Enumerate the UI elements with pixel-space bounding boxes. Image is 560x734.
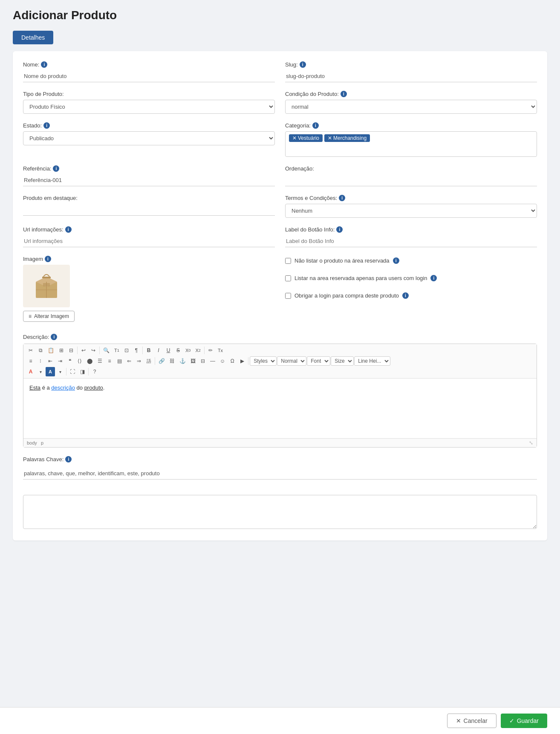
svg-rect-2 (42, 277, 51, 278)
tb-clearformat[interactable]: Tx (216, 346, 225, 355)
tb-block[interactable]: ⊡ (122, 346, 131, 355)
tb-fontcolor[interactable]: A (26, 367, 35, 376)
svg-rect-5 (43, 283, 50, 286)
field-destaque: Produto em destaque: (23, 195, 275, 218)
tb-image[interactable]: 🖼 (188, 356, 198, 366)
editor-toolbar-row1: ✂ ⧉ 📋 ⊞ ⊟ ↩ ↪ 🔍 T1 ⊡ ¶ B (23, 344, 537, 379)
field-url-info: Url informações: i (23, 226, 275, 247)
nome-info-icon: i (41, 61, 47, 68)
tag-merchandising[interactable]: ✕ Merchandising (324, 134, 370, 142)
referencia-input[interactable] (23, 174, 275, 186)
sep8 (88, 368, 89, 376)
tb-blockquote[interactable]: ❝ (65, 356, 75, 366)
ordenacao-input[interactable] (285, 174, 537, 186)
url-info-input[interactable] (23, 235, 275, 247)
tb-ltr[interactable]: ⇒ (134, 356, 144, 366)
tb-bold[interactable]: B (144, 346, 153, 355)
toolbar-styles-select[interactable]: Styles (250, 356, 277, 366)
tb-sub[interactable]: X0 (183, 346, 193, 355)
condicao-select[interactable]: normal novo usado (285, 100, 537, 114)
tb-indent-inc[interactable]: ⇥ (55, 356, 65, 366)
page-title: Adicionar Produto (13, 9, 547, 22)
tb-redo[interactable]: ↪ (89, 346, 98, 355)
estado-label: Estado: i (23, 122, 275, 129)
tb-hr[interactable]: — (208, 356, 217, 366)
tb-preview[interactable]: ◨ (78, 367, 87, 376)
cb-nao-listar[interactable] (285, 258, 291, 264)
tb-rtl[interactable]: ⇐ (124, 356, 134, 366)
tb-emoji[interactable]: ☺ (218, 356, 227, 366)
label-botao-label: Label do Botão Info: i (285, 226, 537, 233)
tb-align-center[interactable]: ☰ (95, 356, 104, 366)
tb-bgcolor[interactable]: A (46, 367, 55, 376)
keywords-input[interactable] (23, 468, 537, 480)
categoria-box[interactable]: ✕ Vestuário ✕ Merchandising (285, 131, 537, 157)
tb-lang[interactable]: 語 (144, 356, 153, 366)
estado-select[interactable]: Publicado Rascunho Arquivado (23, 131, 275, 145)
tb-highlight[interactable]: ✏ (206, 346, 215, 355)
tb-indent-dec[interactable]: ⇤ (46, 356, 55, 366)
tb-align-left[interactable]: ⬤ (85, 356, 95, 366)
tb-special[interactable]: Ω (228, 356, 237, 366)
tb-fullscreen[interactable]: ⛶ (68, 367, 77, 376)
tb-list-ol[interactable]: ≡ (26, 356, 35, 366)
tb-paste2[interactable]: ⊞ (57, 346, 66, 355)
label-botao-input[interactable] (285, 235, 537, 247)
tb-find[interactable]: 🔍 (101, 346, 112, 355)
tb-table[interactable]: ⊟ (198, 356, 208, 366)
tb-anchor[interactable]: ⚓ (177, 356, 188, 366)
tb-cut[interactable]: ✂ (26, 346, 35, 355)
tb-sup[interactable]: X2 (193, 346, 202, 355)
tb-help[interactable]: ? (90, 367, 99, 376)
sep3 (142, 347, 143, 354)
tb-align-justify[interactable]: ▤ (115, 356, 124, 366)
cb-listar-reservada[interactable] (285, 275, 291, 281)
description-text: Esta é a descrição do produto. (29, 384, 531, 393)
tb-undo[interactable]: ↩ (79, 346, 88, 355)
change-image-button[interactable]: ≡ Alterar Imagem (23, 311, 75, 322)
product-image (23, 265, 70, 307)
tab-detalhes[interactable]: Detalhes (13, 31, 53, 44)
field-nome: Nome: i (23, 61, 275, 82)
checkbox-obrigar-login[interactable]: Obrigar a login para compra deste produt… (285, 292, 537, 299)
tb-align-right[interactable]: ≡ (105, 356, 114, 366)
resize-handle[interactable]: ⤡ (529, 440, 533, 446)
checkbox-listar-reservada[interactable]: Listar na area reservada apenas para use… (285, 275, 537, 281)
checkbox-nao-listar[interactable]: Não listar o produto na área reservada i (285, 257, 537, 264)
tb-underline[interactable]: U (164, 346, 173, 355)
cb-obrigar-login[interactable] (285, 293, 291, 299)
tb-list-ul[interactable]: ⁝ (36, 356, 45, 366)
tb-paste3[interactable]: ⊟ (66, 346, 76, 355)
toolbar-size-select[interactable]: Size (331, 356, 354, 366)
destaque-input[interactable] (23, 204, 275, 216)
imagem-label: Imagem i (23, 256, 275, 262)
nome-input[interactable] (23, 70, 275, 82)
field-tipo: Tipo de Produto: Produto Físico Produto … (23, 91, 275, 114)
tb-italic[interactable]: I (154, 346, 163, 355)
slug-input[interactable] (285, 70, 537, 82)
tb-strike[interactable]: S (173, 346, 183, 355)
tb-paste[interactable]: 📋 (46, 346, 56, 355)
toolbar-lineheight-select[interactable]: Line Hei... (354, 356, 390, 366)
tb-t1[interactable]: T1 (112, 346, 121, 355)
tb-bgcolor-drop[interactable]: ▾ (55, 367, 65, 376)
tb-fontcolor-drop[interactable]: ▾ (36, 367, 45, 376)
termos-select[interactable]: Nenhum (285, 204, 537, 218)
tipo-select[interactable]: Produto Físico Produto Digital (23, 100, 275, 114)
toolbar-font-select[interactable]: Font (307, 356, 330, 366)
extra-textarea[interactable] (23, 495, 537, 529)
tb-unlink[interactable]: ⛓ (167, 356, 177, 366)
checkboxes-group: Não listar o produto na área reservada i… (285, 257, 537, 305)
keywords-section: Palavras Chave: i (23, 456, 537, 480)
tb-pilcrow[interactable]: ¶ (132, 346, 141, 355)
tb-link[interactable]: 🔗 (156, 356, 167, 366)
tb-video[interactable]: ▶ (237, 356, 247, 366)
editor-body[interactable]: Esta é a descrição do produto. (23, 379, 537, 438)
editor-wrapper: ✂ ⧉ 📋 ⊞ ⊟ ↩ ↪ 🔍 T1 ⊡ ¶ B (23, 344, 537, 448)
tb-copy[interactable]: ⧉ (36, 346, 45, 355)
keywords-info-icon: i (65, 456, 72, 462)
tb-code[interactable]: ⟨⟩ (75, 356, 84, 366)
toolbar-normal-select[interactable]: Normal (277, 356, 306, 366)
termos-label: Termos e Condições: i (285, 195, 537, 201)
tag-vestuario[interactable]: ✕ Vestuário (289, 134, 323, 142)
